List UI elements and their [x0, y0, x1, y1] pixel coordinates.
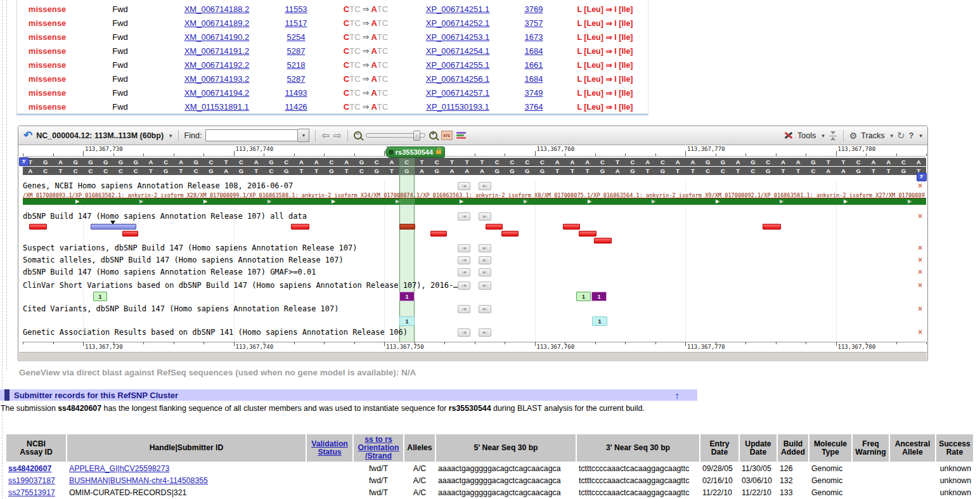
chevron-down-icon[interactable]: ▾: [169, 133, 172, 139]
mrna-link[interactable]: XM_006714193.2: [163, 74, 271, 84]
cited-variant-marker[interactable]: 1: [592, 316, 607, 326]
cited-variant-marker[interactable]: 1: [399, 316, 415, 326]
tools-icon[interactable]: [783, 131, 794, 140]
column-header-link[interactable]: Status: [318, 448, 341, 457]
track-page-last-button[interactable]: ▶|: [479, 305, 491, 313]
chevron-down-icon[interactable]: ▾: [919, 133, 922, 139]
clinvar-marker[interactable]: 1: [399, 292, 415, 301]
column-header[interactable]: ValidationStatus: [307, 434, 352, 462]
track-page-first-button[interactable]: |◀: [458, 305, 470, 313]
handle-submitter-link[interactable]: BUSHMAN|BUSHMAN-chr4-114508355: [69, 476, 208, 485]
track-page-last-button[interactable]: ▶|: [479, 256, 491, 264]
column-header-link[interactable]: Orientation: [358, 443, 399, 452]
track-page-last-button[interactable]: ▶|: [479, 282, 491, 290]
zoom-to-sequence-icon[interactable]: ATG: [441, 131, 453, 140]
handle-submitter-link[interactable]: BUSHMAN|BUSHMAN-chr4-114508355: [67, 475, 306, 486]
protein-link[interactable]: XP_011530193.1: [410, 102, 505, 112]
mrna-pos-link[interactable]: 11426: [271, 102, 321, 112]
track-page-last-button[interactable]: ▶|: [479, 328, 491, 337]
track-page-last-button[interactable]: ▶|: [479, 268, 491, 276]
zoom-in-icon[interactable]: +: [429, 131, 437, 139]
handle-submitter-link[interactable]: APPLERA_GI|hCV25598273: [69, 464, 169, 473]
mrna-pos-link[interactable]: 11517: [271, 18, 321, 28]
configure-tracks-icon[interactable]: [456, 132, 467, 139]
track-page-last-button[interactable]: ▶|: [479, 212, 491, 221]
protein-pos-link[interactable]: 1684: [505, 46, 562, 56]
pan-left-icon[interactable]: ⇦: [321, 131, 330, 140]
gear-icon[interactable]: ⚙: [849, 131, 858, 140]
gene-track-bar[interactable]: ▶▶▶▶▶▶▶▶▶▶▶▶▶▶: [23, 198, 926, 205]
find-input[interactable]: [205, 129, 298, 141]
mrna-link[interactable]: XM_006714194.2: [163, 88, 271, 98]
track-close-icon[interactable]: ×: [918, 212, 922, 220]
column-header-link[interactable]: Validation: [311, 439, 348, 448]
column-header-link[interactable]: ss to rs: [364, 435, 392, 444]
location-label[interactable]: NC_000004.12: 113M..113M (60bp): [36, 131, 164, 140]
assay-id-link[interactable]: ss275513917: [8, 488, 55, 497]
snp-variant-bar[interactable]: [501, 231, 519, 237]
protein-link[interactable]: XP_006714251.1: [410, 4, 505, 14]
protein-link[interactable]: XP_006714254.1: [410, 46, 505, 56]
mrna-link[interactable]: XM_006714189.2: [163, 18, 271, 28]
track-close-icon[interactable]: ×: [918, 256, 922, 264]
mrna-link[interactable]: XM_006714188.2: [163, 4, 271, 14]
find-dropdown-icon[interactable]: ▾: [298, 129, 309, 142]
chevron-down-icon[interactable]: ▾: [890, 133, 893, 139]
assay-id-link[interactable]: ss48420607: [8, 464, 51, 473]
pan-right-icon[interactable]: ⇨: [333, 131, 342, 140]
tools-menu[interactable]: Tools: [797, 131, 816, 140]
snp-variant-bar[interactable]: [29, 224, 47, 230]
snp-variant-bar[interactable]: [399, 224, 415, 230]
protein-pos-link[interactable]: 1661: [505, 60, 562, 70]
protein-link[interactable]: XP_006714256.1: [410, 74, 505, 84]
track-close-icon[interactable]: ×: [918, 282, 922, 289]
mrna-link[interactable]: XM_006714190.2: [163, 32, 271, 42]
track-close-icon[interactable]: ×: [918, 268, 922, 276]
track-close-icon[interactable]: ×: [918, 244, 922, 252]
insertion-variant-bar[interactable]: [91, 224, 136, 230]
protein-link[interactable]: XP_006714253.1: [410, 32, 505, 42]
handle-submitter-link[interactable]: APPLERA_GI|hCV25598273: [67, 463, 306, 474]
viewer-scrollbar-strip[interactable]: [19, 352, 927, 361]
track-page-first-button[interactable]: |◀: [458, 256, 470, 264]
zoom-slider[interactable]: |: [366, 133, 425, 138]
mrna-link[interactable]: XM_006714192.2: [163, 60, 271, 70]
protein-pos-link[interactable]: 1673: [505, 32, 562, 42]
track-close-icon[interactable]: ×: [918, 305, 922, 313]
snp-variant-bar[interactable]: [563, 224, 580, 230]
mrna-link[interactable]: XM_006714191.2: [163, 46, 271, 56]
track-page-last-button[interactable]: ▶|: [479, 182, 491, 190]
track-page-first-button[interactable]: |◀: [458, 182, 470, 190]
assay-id-link[interactable]: ss199037187: [6, 475, 66, 486]
protein-pos-link[interactable]: 1684: [505, 74, 562, 84]
track-page-first-button[interactable]: |◀: [458, 328, 470, 337]
help-icon[interactable]: ?: [909, 131, 914, 140]
back-icon[interactable]: ↶: [23, 130, 32, 141]
assay-id-link[interactable]: ss199037187: [8, 476, 55, 485]
snp-variant-bar[interactable]: [579, 231, 596, 237]
mrna-pos-link[interactable]: 11553: [271, 4, 321, 14]
assay-id-link[interactable]: ss48420607: [6, 463, 66, 474]
column-header-link[interactable]: /Strand: [365, 451, 392, 460]
snp-variant-bar[interactable]: [486, 224, 503, 230]
mrna-link[interactable]: XM_011531891.1: [163, 102, 271, 112]
tracks-menu[interactable]: Tracks: [861, 131, 884, 140]
track-close-icon[interactable]: ×: [918, 182, 922, 190]
snp-variant-bar[interactable]: [594, 238, 612, 243]
snp-marker[interactable]: rs35530544: [385, 146, 445, 158]
clinvar-marker[interactable]: 1: [93, 292, 107, 301]
protein-pos-link[interactable]: 3764: [505, 102, 562, 112]
protein-pos-link[interactable]: 3769: [505, 4, 562, 14]
zoom-out-icon[interactable]: −: [354, 131, 362, 139]
track-close-icon[interactable]: ×: [918, 328, 922, 336]
clinvar-marker[interactable]: 1: [576, 292, 591, 301]
track-page-first-button[interactable]: |◀: [458, 244, 470, 252]
mrna-pos-link[interactable]: 5287: [271, 74, 321, 84]
snp-variant-bar[interactable]: [122, 231, 138, 237]
chevron-down-icon[interactable]: ▾: [822, 133, 825, 139]
snp-variant-bar[interactable]: [430, 231, 447, 237]
mrna-pos-link[interactable]: 5254: [271, 32, 321, 42]
scroll-top-icon[interactable]: ↑: [675, 390, 680, 401]
track-page-first-button[interactable]: |◀: [458, 212, 470, 221]
snp-variant-bar[interactable]: [291, 224, 309, 230]
